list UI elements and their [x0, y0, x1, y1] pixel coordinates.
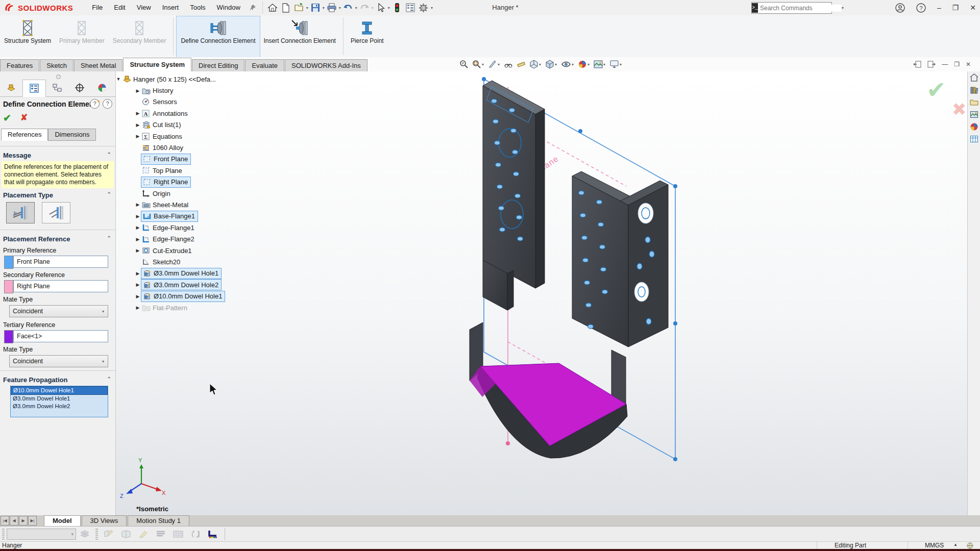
tab-sheet-metal[interactable]: Sheet Metal	[74, 59, 122, 71]
menu-tools[interactable]: Tools	[184, 0, 211, 15]
expand-collapse-icon[interactable]: ▶	[135, 111, 141, 116]
mate-type-2-dropdown[interactable]: Coincident▾	[9, 355, 108, 367]
menu-view[interactable]: View	[131, 0, 157, 15]
tab-model[interactable]: Model	[44, 515, 81, 526]
placement-type-group-header[interactable]: Placement Type⌃	[0, 189, 115, 200]
expand-collapse-icon[interactable]: ▶	[135, 134, 141, 139]
tab-evaluate[interactable]: Evaluate	[245, 59, 284, 71]
new-document-icon[interactable]	[280, 2, 292, 14]
tree-item-front-plane[interactable]: Front Plane	[115, 154, 289, 165]
search-caret-icon[interactable]: ▾	[842, 6, 844, 10]
previous-document-icon[interactable]	[913, 61, 921, 68]
help-topic-icon[interactable]: ?	[103, 99, 112, 109]
insert-connection-element-button[interactable]: Insert Connection Element	[260, 16, 340, 57]
tab-configurations[interactable]	[46, 80, 68, 96]
redo-icon[interactable]	[358, 2, 371, 14]
tree-item-root[interactable]: ▼ Hanger (50 x 125) <<Defa...	[115, 73, 289, 85]
tab-features[interactable]: Features	[0, 59, 39, 71]
tree-item-right-plane[interactable]: Right Plane	[115, 177, 289, 188]
section-view-icon[interactable]: ▾	[488, 60, 500, 69]
tree-item-sensors[interactable]: Sensors	[115, 96, 289, 108]
minimize-document-button[interactable]: —	[942, 61, 948, 68]
close-document-button[interactable]: ✕	[966, 61, 971, 68]
open-caret-icon[interactable]: ▾	[306, 6, 308, 10]
print-icon[interactable]	[326, 2, 338, 14]
list-item[interactable]: Ø10.0mm Dowel Hole1	[11, 386, 108, 395]
settings-gear-icon[interactable]	[418, 2, 430, 14]
tab-scroll-first-button[interactable]: |◀	[1, 516, 9, 525]
define-connection-element-button[interactable]: Define Connection Element	[177, 16, 259, 57]
tab-display-manager[interactable]	[91, 80, 113, 96]
feature-propagation-group-header[interactable]: Feature Propagation⌃	[0, 374, 115, 385]
toolbar-grip[interactable]	[95, 529, 98, 540]
view-palette-icon[interactable]	[970, 110, 978, 119]
menu-insert[interactable]: Insert	[157, 0, 185, 15]
expand-collapse-icon[interactable]: ▶	[135, 282, 141, 287]
print-caret-icon[interactable]: ▾	[339, 6, 341, 10]
feature-propagation-list[interactable]: Ø10.0mm Dowel Hole1 Ø3.0mm Dowel Hole1 Ø…	[10, 386, 108, 417]
tab-dimxpert[interactable]	[68, 80, 91, 96]
tab-direct-editing[interactable]: Direct Editing	[192, 59, 244, 71]
placement-type-option-1[interactable]	[6, 202, 35, 223]
status-units[interactable]: MMGS	[925, 542, 944, 549]
list-item[interactable]: Ø3.0mm Dowel Hole1	[11, 395, 108, 403]
appearances-icon[interactable]	[970, 122, 978, 131]
collapse-chevron-icon[interactable]: ⌃	[107, 376, 111, 384]
structure-system-button[interactable]: Structure System	[0, 16, 55, 57]
save-caret-icon[interactable]: ▾	[323, 6, 325, 10]
view-settings-icon[interactable]: ▾	[609, 60, 622, 68]
expand-collapse-icon[interactable]: ▶	[135, 237, 141, 242]
tree-item-dowel-hole-3mm-2[interactable]: ▶ Ø3.0mm Dowel Hole2	[115, 279, 289, 290]
secondary-reference-field[interactable]: Right Plane	[13, 280, 108, 292]
undo-caret-icon[interactable]: ▾	[355, 6, 357, 10]
placement-type-option-2[interactable]	[42, 202, 70, 223]
tree-item-edge-flange1[interactable]: ▶ Edge-Flange1	[115, 222, 289, 233]
pierce-point-button[interactable]: Pierce Point	[347, 16, 388, 57]
tree-item-dowel-hole-3mm-1[interactable]: ▶ Ø3.0mm Dowel Hole1	[115, 268, 289, 279]
restore-button[interactable]: ❐	[952, 4, 959, 12]
pin-menu-icon[interactable]	[247, 2, 259, 14]
tree-item-history[interactable]: ▶ History	[115, 85, 289, 96]
interface-brightness-icon[interactable]	[206, 529, 220, 540]
tab-3d-views[interactable]: 3D Views	[82, 515, 127, 526]
cancel-button[interactable]: ✘	[20, 112, 28, 124]
tree-item-cut-list[interactable]: ▶ Cut list(1)	[115, 119, 289, 131]
zoom-to-fit-icon[interactable]: P	[459, 60, 469, 69]
tab-sketch[interactable]: Sketch	[40, 59, 74, 71]
menu-file[interactable]: File	[86, 0, 108, 15]
collapse-chevron-icon[interactable]: ⌃	[107, 152, 111, 159]
help-icon[interactable]: ?	[916, 3, 926, 13]
tree-item-cut-extrude[interactable]: ▶ Cut-Extrude1	[115, 245, 289, 256]
view-orientation-icon[interactable]: ▾	[529, 60, 542, 69]
custom-properties-icon[interactable]	[970, 135, 978, 143]
tree-item-dowel-hole-10mm-1[interactable]: ▶ Ø10.0mm Dowel Hole1	[115, 290, 289, 302]
hide-show-items-icon[interactable]: ▾	[561, 60, 574, 68]
design-library-icon[interactable]	[970, 86, 978, 94]
apply-scene-icon[interactable]: ▾	[594, 60, 606, 68]
list-item[interactable]: Ø3.0mm Dowel Hole2	[11, 403, 108, 410]
tab-scroll-next-button[interactable]: ▶	[19, 516, 28, 525]
expand-collapse-icon[interactable]: ▶	[135, 122, 141, 128]
placement-reference-group-header[interactable]: Placement Reference⌃	[0, 233, 115, 244]
zoom-to-area-icon[interactable]: ▾	[472, 60, 484, 69]
file-explorer-icon[interactable]	[970, 98, 978, 107]
expand-collapse-icon[interactable]: ▶	[135, 248, 141, 253]
rebuild-icon[interactable]	[391, 2, 403, 14]
tree-item-annotations[interactable]: ▶ A Annotations	[115, 108, 289, 119]
options-list-icon[interactable]	[404, 2, 416, 14]
user-account-icon[interactable]	[895, 3, 905, 13]
tree-item-sketch20[interactable]: Sketch20	[115, 256, 289, 267]
confirm-corner-ok-icon[interactable]: ✔	[926, 77, 946, 103]
settings-caret-icon[interactable]: ▾	[431, 6, 433, 10]
home-icon[interactable]	[266, 2, 279, 14]
measure-icon[interactable]	[517, 60, 526, 69]
expand-collapse-icon[interactable]: ▶	[135, 202, 141, 207]
tab-property-manager[interactable]	[22, 80, 46, 97]
select-cursor-icon[interactable]	[375, 2, 387, 14]
primary-reference-field[interactable]: Front Plane	[13, 256, 108, 268]
tab-structure-system[interactable]: Structure System	[123, 58, 191, 71]
tree-item-base-flange[interactable]: ▶ Base-Flange1	[115, 211, 289, 222]
search-commands-box[interactable]: >_ ▾	[751, 2, 832, 14]
confirm-corner-cancel-icon[interactable]: ✖	[952, 99, 967, 119]
restore-document-button[interactable]: ❐	[954, 61, 960, 68]
